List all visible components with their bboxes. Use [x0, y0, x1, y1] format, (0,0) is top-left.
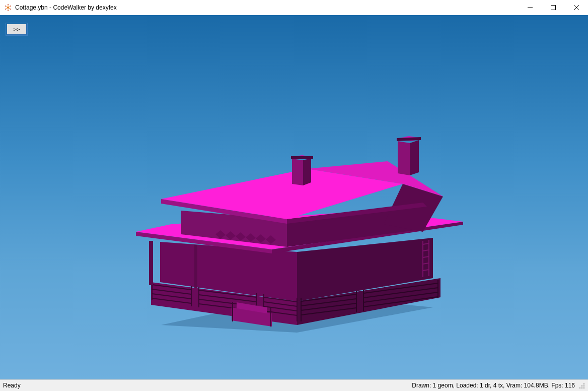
- titlebar[interactable]: Cottage.ybn - CodeWalker by dexyfex: [0, 0, 588, 15]
- svg-marker-82: [303, 158, 311, 185]
- viewport-3d[interactable]: >>: [0, 15, 588, 379]
- expand-panel-button[interactable]: >>: [7, 24, 27, 35]
- svg-rect-66: [149, 241, 153, 285]
- close-button[interactable]: [565, 0, 588, 15]
- model-render: [121, 126, 463, 338]
- window-controls: [519, 0, 588, 15]
- svg-marker-84: [291, 156, 313, 159]
- maximize-button[interactable]: [542, 0, 565, 15]
- statusbar: Ready Drawn: 1 geom, Loaded: 1 dr, 4 tx,…: [0, 379, 588, 391]
- svg-marker-85: [398, 141, 410, 175]
- status-right: Drawn: 1 geom, Loaded: 1 dr, 4 tx, Vram:…: [412, 382, 575, 389]
- expand-panel-label: >>: [13, 26, 20, 33]
- window-title: Cottage.ybn - CodeWalker by dexyfex: [15, 4, 117, 11]
- svg-marker-81: [292, 159, 303, 185]
- svg-rect-14: [551, 6, 556, 10]
- svg-rect-67: [194, 245, 197, 288]
- status-left: Ready: [3, 382, 412, 389]
- cottage-model-svg: [121, 126, 463, 338]
- minimize-button[interactable]: [519, 0, 542, 15]
- resize-grip[interactable]: [578, 382, 585, 389]
- app-icon: [4, 4, 12, 12]
- svg-marker-86: [410, 140, 419, 175]
- svg-marker-88: [397, 137, 421, 141]
